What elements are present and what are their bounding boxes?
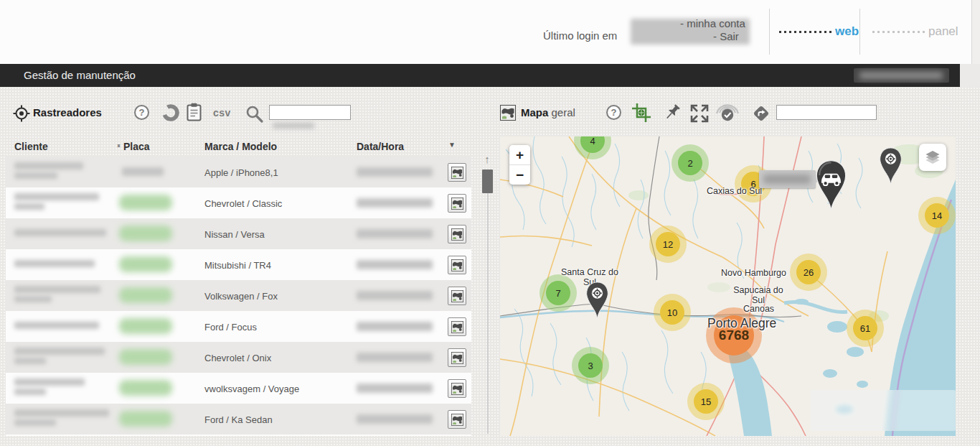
table-row[interactable]: vwolksvagem / Voyage bbox=[6, 373, 471, 404]
client-name-redacted bbox=[14, 389, 46, 395]
row-map-button[interactable] bbox=[448, 317, 466, 336]
search-icon[interactable] bbox=[245, 104, 264, 126]
scrollbar-track[interactable] bbox=[487, 172, 489, 434]
expand-icon[interactable] bbox=[689, 103, 710, 126]
client-name-redacted bbox=[14, 172, 57, 179]
table-row[interactable]: Chevrolet / Onix bbox=[6, 342, 471, 373]
marca-modelo: Chevrolet / Onix bbox=[204, 352, 271, 363]
city-label: Canoas bbox=[743, 304, 774, 314]
row-map-button[interactable] bbox=[448, 194, 466, 213]
map-cluster[interactable]: 12 bbox=[656, 232, 680, 256]
row-map-button[interactable] bbox=[448, 225, 466, 243]
map-thumbnail-icon bbox=[500, 105, 516, 124]
map-cluster[interactable]: 26 bbox=[796, 260, 821, 284]
marca-modelo: Ford / Focus bbox=[204, 321, 257, 332]
csv-export-button[interactable]: csv bbox=[213, 107, 231, 119]
placa-badge-redacted bbox=[119, 411, 172, 427]
client-name-redacted bbox=[14, 322, 99, 329]
page-edge bbox=[960, 64, 980, 87]
client-name-redacted bbox=[14, 286, 100, 293]
placa-badge-redacted bbox=[119, 318, 172, 334]
datetime-redacted bbox=[357, 322, 433, 331]
crop-area-icon[interactable] bbox=[631, 102, 652, 126]
last-login-label: Último login em bbox=[543, 29, 617, 42]
datetime-redacted bbox=[357, 384, 433, 393]
header-divider bbox=[859, 9, 860, 55]
city-label: Novo Hamburgo bbox=[721, 268, 786, 278]
module-title: Gestão de manutenção bbox=[24, 69, 136, 81]
col-placa[interactable]: Placa bbox=[123, 141, 150, 152]
datetime-redacted bbox=[357, 260, 433, 269]
row-map-button[interactable] bbox=[448, 163, 466, 182]
table-row[interactable]: Ford / Focus bbox=[6, 311, 471, 342]
map-zoom-control: + − bbox=[509, 145, 530, 185]
titlebar-action-redacted[interactable] bbox=[854, 68, 949, 83]
map-canvas[interactable]: Caxias do Sul Santa Cruz do Sul Novo Ham… bbox=[500, 136, 956, 436]
module-titlebar: Gestão de manutenção bbox=[0, 64, 960, 87]
marca-modelo: vwolksvagem / Voyage bbox=[204, 383, 299, 394]
logout-link[interactable]: - Sair bbox=[713, 30, 755, 43]
filter-caret-icon[interactable]: ▼ bbox=[448, 141, 456, 149]
client-name-redacted bbox=[14, 203, 44, 210]
radar-signal-icon[interactable] bbox=[714, 100, 741, 127]
placa-badge-redacted bbox=[119, 349, 172, 365]
map-cluster[interactable]: 10 bbox=[660, 300, 684, 325]
sort-icon[interactable]: ▲▼ bbox=[113, 141, 120, 145]
location-marker[interactable] bbox=[879, 147, 903, 188]
table-row[interactable]: Volkswagen / Fox bbox=[6, 280, 471, 311]
city-label: Caxias do Sul bbox=[707, 186, 762, 196]
scroll-up-icon[interactable]: ↑ bbox=[480, 153, 494, 166]
map-title-normal: geral bbox=[552, 106, 575, 119]
brand-panel-logo[interactable]: panel bbox=[870, 24, 958, 39]
row-map-button[interactable] bbox=[448, 256, 466, 274]
zoom-in-button[interactable]: + bbox=[509, 145, 530, 164]
car-marker[interactable] bbox=[815, 159, 847, 215]
location-marker[interactable] bbox=[585, 282, 609, 322]
client-name-redacted bbox=[14, 162, 83, 169]
placa-badge-redacted bbox=[119, 380, 172, 396]
row-map-button[interactable] bbox=[448, 287, 466, 305]
zoom-out-button[interactable]: − bbox=[509, 164, 530, 185]
scrollbar-thumb[interactable] bbox=[482, 169, 493, 193]
marca-modelo: Apple / iPhone8,1 bbox=[204, 167, 278, 177]
trackers-search-input[interactable] bbox=[269, 105, 351, 120]
map-search-input[interactable] bbox=[776, 105, 877, 120]
table-row[interactable]: Ford / Ka Sedan bbox=[6, 404, 471, 435]
table-row[interactable]: Nissan / Versa bbox=[6, 218, 471, 249]
my-account-link[interactable]: - minha conta bbox=[680, 17, 755, 30]
map-cluster[interactable]: 15 bbox=[694, 389, 718, 414]
table-row[interactable]: Mitsubishi / TR4 bbox=[6, 249, 471, 280]
brand-web-logo[interactable]: web bbox=[776, 24, 859, 39]
row-map-button[interactable] bbox=[448, 410, 466, 429]
app-window: Último login em - minha conta - Sair web… bbox=[0, 0, 980, 446]
map-panel-title: Mapa geral bbox=[521, 106, 575, 119]
datetime-redacted bbox=[357, 414, 433, 424]
redacted-text bbox=[763, 175, 811, 184]
placa-badge-redacted bbox=[119, 195, 172, 210]
map-cluster[interactable]: 2 bbox=[678, 151, 702, 175]
clipboard-report-icon[interactable] bbox=[186, 103, 202, 125]
trackers-help-icon[interactable]: ? bbox=[134, 105, 149, 120]
placa-badge-redacted bbox=[119, 226, 172, 241]
map-cluster[interactable]: 3 bbox=[578, 353, 603, 378]
navigation-icon[interactable] bbox=[752, 104, 771, 126]
map-cluster[interactable]: 14 bbox=[925, 203, 949, 228]
refresh-icon[interactable] bbox=[161, 103, 180, 125]
table-row[interactable]: Chevrolet / Classic bbox=[6, 187, 471, 218]
map-help-icon[interactable]: ? bbox=[606, 105, 621, 120]
layers-button[interactable] bbox=[919, 144, 946, 171]
trackers-table: Apple / iPhone8,1 Chevrolet / Classic Ni… bbox=[6, 157, 471, 436]
layers-icon bbox=[923, 148, 942, 167]
pushpin-icon[interactable] bbox=[664, 103, 682, 126]
table-row[interactable]: Apple / iPhone8,1 bbox=[6, 157, 471, 187]
map-cluster[interactable]: 61 bbox=[853, 316, 877, 340]
marca-modelo: Ford / Ka Sedan bbox=[204, 414, 273, 424]
search-hint-redacted bbox=[273, 123, 314, 129]
client-name-redacted bbox=[14, 193, 99, 200]
content-area: Rastreadores ? csv bbox=[0, 87, 980, 446]
row-map-button[interactable] bbox=[448, 379, 466, 398]
datetime-redacted bbox=[357, 291, 433, 300]
client-name-redacted bbox=[14, 348, 105, 355]
datetime-redacted bbox=[357, 353, 433, 362]
row-map-button[interactable] bbox=[448, 348, 466, 367]
